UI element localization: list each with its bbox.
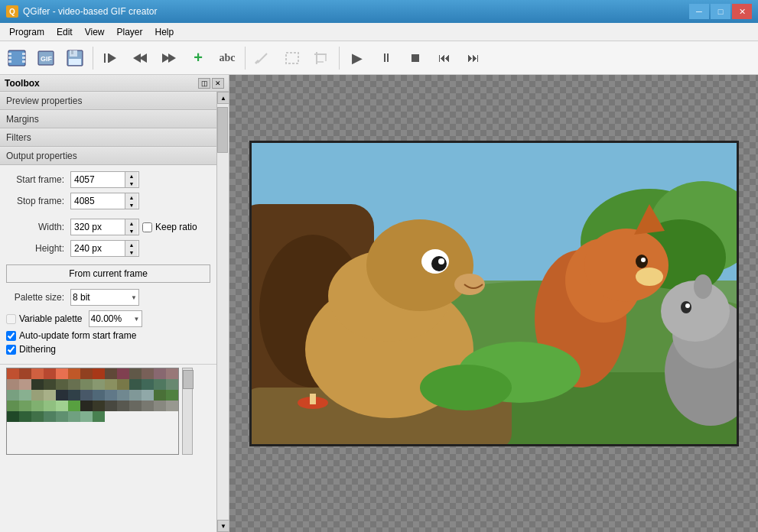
palette-cell[interactable] bbox=[93, 368, 105, 379]
select-region-button[interactable] bbox=[278, 44, 306, 72]
menu-player[interactable]: Player bbox=[111, 25, 149, 39]
palette-scrollbar[interactable] bbox=[182, 368, 193, 455]
play-button[interactable]: ▶ bbox=[343, 44, 371, 72]
palette-cell[interactable] bbox=[19, 379, 31, 390]
palette-cell[interactable] bbox=[44, 401, 56, 411]
menu-help[interactable]: Help bbox=[149, 25, 181, 39]
stop-button[interactable]: ⏹ bbox=[402, 44, 429, 72]
maximize-button[interactable]: □ bbox=[711, 4, 730, 19]
palette-cell[interactable] bbox=[19, 411, 31, 422]
palette-cell[interactable] bbox=[129, 401, 142, 411]
palette-cell[interactable] bbox=[31, 379, 44, 390]
palette-cell[interactable] bbox=[142, 390, 154, 401]
palette-cell[interactable] bbox=[93, 379, 105, 390]
section-margins[interactable]: Margins bbox=[0, 110, 216, 128]
palette-cell[interactable] bbox=[80, 379, 93, 390]
palette-cell[interactable] bbox=[117, 379, 129, 390]
palette-cell[interactable] bbox=[56, 379, 68, 390]
toolbox-float-button[interactable]: ◫ bbox=[198, 78, 210, 89]
palette-cell[interactable] bbox=[80, 411, 93, 422]
skip-back-button[interactable]: ⏮ bbox=[431, 44, 458, 72]
palette-cell[interactable] bbox=[44, 379, 56, 390]
frame-prev-button[interactable] bbox=[126, 44, 154, 72]
palette-cell[interactable] bbox=[105, 379, 117, 390]
palette-cell[interactable] bbox=[7, 368, 19, 379]
section-filters[interactable]: Filters bbox=[0, 128, 216, 147]
frame-prev-end-button[interactable] bbox=[97, 44, 125, 72]
palette-cell[interactable] bbox=[142, 368, 154, 379]
palette-cell[interactable] bbox=[68, 379, 80, 390]
palette-cell[interactable] bbox=[68, 390, 80, 401]
palette-cell[interactable] bbox=[56, 411, 68, 422]
palette-cell[interactable] bbox=[80, 368, 93, 379]
toolbox-close-button[interactable]: ✕ bbox=[212, 78, 224, 89]
height-up[interactable]: ▲ bbox=[125, 241, 138, 248]
minimize-button[interactable]: ─ bbox=[689, 4, 709, 19]
palette-cell[interactable] bbox=[93, 411, 105, 422]
palette-cell[interactable] bbox=[166, 368, 178, 379]
stop-frame-down[interactable]: ▼ bbox=[125, 201, 138, 209]
palette-cell[interactable] bbox=[68, 401, 80, 411]
from-current-frame-button[interactable]: From current frame bbox=[6, 264, 210, 283]
draw-button[interactable] bbox=[249, 44, 277, 72]
palette-cell[interactable] bbox=[166, 379, 178, 390]
palette-cell[interactable] bbox=[105, 390, 117, 401]
height-down[interactable]: ▼ bbox=[125, 248, 138, 256]
palette-cell[interactable] bbox=[56, 390, 68, 401]
palette-cell[interactable] bbox=[19, 390, 31, 401]
palette-cell[interactable] bbox=[93, 401, 105, 411]
palette-cell[interactable] bbox=[129, 368, 142, 379]
menu-program[interactable]: Program bbox=[3, 25, 50, 39]
skip-fwd-button[interactable]: ⏭ bbox=[460, 44, 487, 72]
palette-cell[interactable] bbox=[7, 390, 19, 401]
stop-frame-input[interactable] bbox=[71, 195, 125, 207]
menu-view[interactable]: View bbox=[79, 25, 111, 39]
text-overlay-button[interactable]: abc bbox=[213, 44, 241, 72]
scrollbar-down-button[interactable]: ▼ bbox=[217, 520, 229, 532]
palette-cell[interactable] bbox=[117, 390, 129, 401]
palette-cell[interactable] bbox=[129, 390, 142, 401]
palette-cell[interactable] bbox=[80, 401, 93, 411]
palette-cell[interactable] bbox=[154, 379, 166, 390]
add-frame-button[interactable]: + bbox=[184, 44, 212, 72]
palette-cell[interactable] bbox=[31, 390, 44, 401]
palette-cell[interactable] bbox=[142, 401, 154, 411]
scrollbar-track[interactable] bbox=[217, 104, 229, 520]
palette-cell[interactable] bbox=[44, 411, 56, 422]
palette-cell[interactable] bbox=[154, 390, 166, 401]
width-down[interactable]: ▼ bbox=[125, 227, 138, 235]
height-input[interactable] bbox=[71, 242, 125, 255]
palette-size-select[interactable]: 8 bit 4 bit 2 bit bbox=[71, 292, 138, 303]
palette-cell[interactable] bbox=[68, 368, 80, 379]
close-button[interactable]: ✕ bbox=[732, 4, 752, 19]
auto-update-checkbox[interactable] bbox=[6, 331, 16, 341]
palette-cell[interactable] bbox=[154, 401, 166, 411]
start-frame-input[interactable] bbox=[71, 174, 125, 186]
width-input[interactable] bbox=[71, 221, 125, 233]
width-up[interactable]: ▲ bbox=[125, 219, 138, 227]
palette-cell[interactable] bbox=[31, 401, 44, 411]
palette-cell[interactable] bbox=[31, 368, 44, 379]
palette-cell[interactable] bbox=[68, 411, 80, 422]
palette-grid[interactable] bbox=[6, 368, 179, 455]
palette-cell[interactable] bbox=[44, 368, 56, 379]
stop-frame-up[interactable]: ▲ bbox=[125, 193, 138, 201]
palette-cell[interactable] bbox=[105, 368, 117, 379]
palette-cell[interactable] bbox=[56, 401, 68, 411]
palette-cell[interactable] bbox=[80, 390, 93, 401]
scrollbar-up-button[interactable]: ▲ bbox=[217, 92, 229, 104]
palette-cell[interactable] bbox=[19, 401, 31, 411]
palette-cell[interactable] bbox=[93, 390, 105, 401]
palette-cell[interactable] bbox=[7, 379, 19, 390]
palette-cell[interactable] bbox=[129, 379, 142, 390]
keep-ratio-checkbox[interactable] bbox=[142, 222, 152, 232]
save-button[interactable] bbox=[61, 44, 89, 72]
film-strip-button[interactable] bbox=[3, 44, 31, 72]
palette-cell[interactable] bbox=[31, 411, 44, 422]
dithering-checkbox[interactable] bbox=[6, 345, 16, 355]
palette-cell[interactable] bbox=[105, 401, 117, 411]
palette-cell[interactable] bbox=[7, 401, 19, 411]
section-preview-properties[interactable]: Preview properties bbox=[0, 92, 216, 110]
palette-cell[interactable] bbox=[44, 390, 56, 401]
palette-cell[interactable] bbox=[117, 401, 129, 411]
